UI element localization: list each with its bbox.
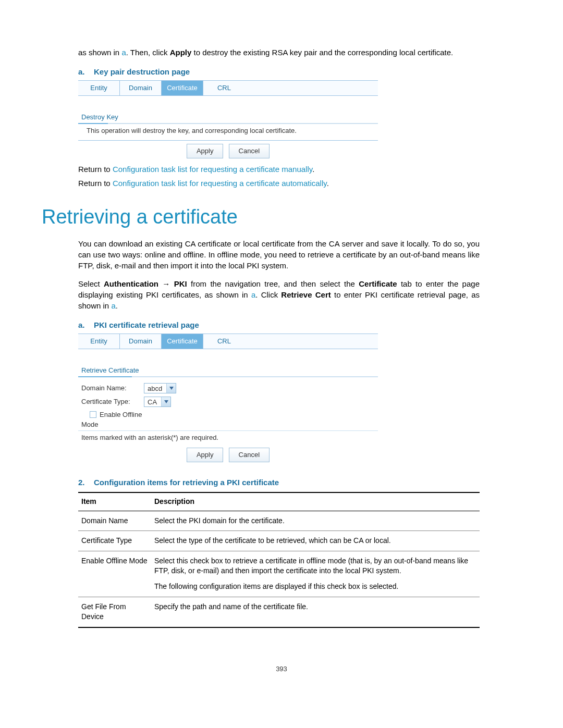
- th-item: Item: [78, 492, 151, 511]
- cert-type-dropdown[interactable]: CA: [144, 397, 171, 407]
- cell-desc: Specify the path and name of the certifi…: [151, 597, 480, 627]
- mode-label: Mode: [78, 420, 378, 431]
- intro-link-a[interactable]: a: [121, 48, 126, 57]
- tab2-fill: [245, 334, 378, 349]
- required-note: Items marked with an asterisk(*) are req…: [78, 431, 378, 445]
- table-row: Get File From Device Specify the path an…: [78, 597, 480, 627]
- return2-pre: Return to: [78, 179, 113, 188]
- tab-certificate[interactable]: Certificate: [162, 81, 203, 95]
- tab2-certificate[interactable]: Certificate: [162, 334, 203, 349]
- caption-key-pair: a.Key pair destruction page: [78, 66, 480, 77]
- return2-post: .: [327, 179, 329, 188]
- caption3-letter: 2.: [78, 477, 94, 488]
- caption1-letter: a.: [78, 66, 94, 77]
- intro-apply-bold: Apply: [170, 48, 192, 57]
- cert-type-label: Certificate Type:: [81, 397, 144, 406]
- caption3-text: Configuration items for retrieving a PKI…: [94, 478, 279, 487]
- return-line-2: Return to Configuration task list for re…: [78, 178, 480, 189]
- destroy-rule: [78, 123, 378, 124]
- return-line-1: Return to Configuration task list for re…: [78, 164, 480, 175]
- apply-button-2[interactable]: Apply: [187, 448, 224, 462]
- cell-item: Domain Name: [78, 511, 151, 531]
- cancel-button-1[interactable]: Cancel: [229, 144, 270, 158]
- tab2-entity[interactable]: Entity: [78, 334, 120, 349]
- caption2-letter: a.: [78, 319, 94, 330]
- cell-desc: Select the type of the certificate to be…: [151, 531, 480, 551]
- apply-button-1[interactable]: Apply: [187, 144, 224, 158]
- table-row: Enable Offline Mode Select this check bo…: [78, 551, 480, 597]
- cell-item: Enable Offline Mode: [78, 551, 151, 597]
- config-table: Item Description Domain Name Select the …: [78, 492, 480, 628]
- caption1-text: Key pair destruction page: [94, 67, 190, 76]
- return1-pre: Return to: [78, 165, 113, 174]
- section-heading: Retrieving a certificate: [42, 203, 521, 231]
- chevron-down-icon: [166, 384, 176, 393]
- tabs-row-2: Entity Domain Certificate CRL: [78, 334, 378, 349]
- caption-config-items: 2.Configuration items for retrieving a P…: [78, 477, 480, 488]
- intro-post2: to destroy the existing RSA key pair and…: [191, 48, 453, 57]
- return2-link[interactable]: Configuration task list for requesting a…: [113, 179, 327, 188]
- return1-post: .: [312, 165, 314, 174]
- th-description: Description: [151, 492, 480, 511]
- page-number: 393: [42, 664, 521, 674]
- table-row: Certificate Type Select the type of the …: [78, 531, 480, 551]
- table-row: Domain Name Select the PKI domain for th…: [78, 511, 480, 531]
- destroy-key-label: Destroy Key: [78, 112, 378, 123]
- intro-text: as shown in a. Then, click Apply to dest…: [78, 47, 480, 58]
- para-2: Select Authentication → PKI from the nav…: [78, 278, 480, 311]
- cell-item: Get File From Device: [78, 597, 151, 627]
- para2-link-a2[interactable]: a: [111, 301, 115, 310]
- tabs-row-1: Entity Domain Certificate CRL: [78, 80, 378, 96]
- key-destroy-screenshot: Entity Domain Certificate CRL Destroy Ke…: [78, 80, 378, 158]
- para2-link-a1[interactable]: a: [251, 290, 255, 299]
- tab-fill: [245, 81, 378, 95]
- cell-desc: Select this check box to retrieve a cert…: [151, 551, 480, 597]
- tab2-crl[interactable]: CRL: [203, 334, 245, 349]
- tab2-domain[interactable]: Domain: [120, 334, 162, 349]
- return1-link[interactable]: Configuration task list for requesting a…: [113, 165, 312, 174]
- intro-post1: . Then, click: [126, 48, 170, 57]
- cancel-button-2[interactable]: Cancel: [229, 448, 270, 462]
- cert-type-value: CA: [144, 397, 161, 406]
- caption2-text: PKI certificate retrieval page: [94, 320, 199, 329]
- retrieve-header: Retrieve Certificate: [78, 365, 378, 376]
- cell-desc: Select the PKI domain for the certificat…: [151, 511, 480, 531]
- domain-name-value: abcd: [144, 384, 166, 393]
- destroy-text: This operation will destroy the key, and…: [78, 126, 378, 140]
- retrieve-rule: [78, 376, 378, 377]
- intro-pre: as shown in: [78, 48, 121, 57]
- domain-name-dropdown[interactable]: abcd: [144, 383, 176, 393]
- domain-name-label: Domain Name:: [81, 384, 144, 393]
- retrieve-screenshot: Entity Domain Certificate CRL Retrieve C…: [78, 334, 378, 462]
- enable-offline-label: Enable Offline: [100, 411, 142, 418]
- tab-crl[interactable]: CRL: [203, 81, 245, 95]
- enable-offline-checkbox[interactable]: [90, 411, 96, 418]
- chevron-down-icon: [161, 397, 170, 406]
- destroy-underline: [78, 140, 378, 141]
- tab-entity[interactable]: Entity: [78, 81, 120, 95]
- para-1: You can download an existing CA certific…: [78, 238, 480, 271]
- cell-item: Certificate Type: [78, 531, 151, 551]
- tab-domain[interactable]: Domain: [120, 81, 162, 95]
- caption-retrieval: a.PKI certificate retrieval page: [78, 319, 480, 330]
